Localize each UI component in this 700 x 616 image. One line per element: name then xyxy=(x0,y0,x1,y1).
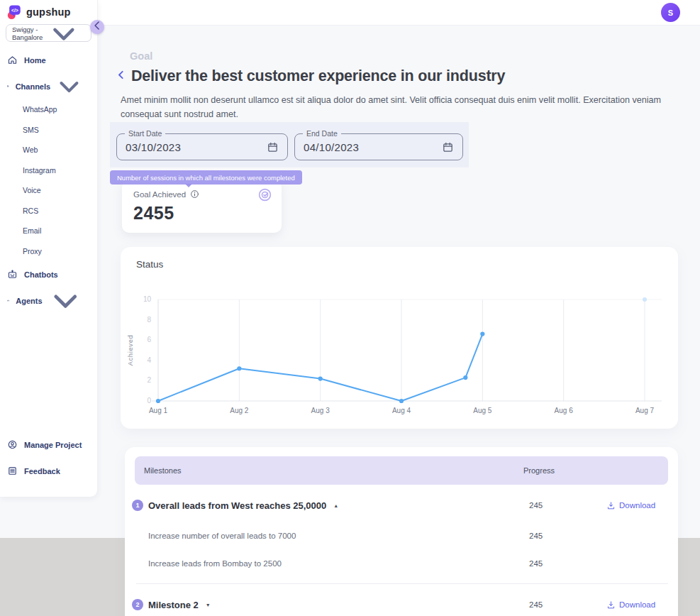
download-label: Download xyxy=(619,600,655,609)
svg-text:Achieved: Achieved xyxy=(126,335,134,366)
agents-icon xyxy=(7,295,9,306)
svg-text:Aug 2: Aug 2 xyxy=(230,407,249,414)
project-selector[interactable]: Swiggy - Bangalore xyxy=(6,24,91,42)
sidebar-subitem-instagram[interactable]: Instagram xyxy=(0,160,97,181)
milestone-index-badge: 1 xyxy=(132,500,143,511)
sidebar-item-feedback[interactable]: Feedback xyxy=(0,458,97,484)
user-avatar[interactable]: S xyxy=(661,3,680,22)
target-icon xyxy=(257,187,272,202)
expand-caret-icon[interactable]: ▼ xyxy=(206,603,211,607)
back-button[interactable] xyxy=(116,70,127,83)
sidebar-item-label: Feedback xyxy=(24,467,60,475)
app-window: S </> gupshup Swiggy - Bangalore HomeCha… xyxy=(0,0,700,616)
download-icon xyxy=(606,501,616,510)
topbar: S xyxy=(0,0,700,26)
svg-text:6: 6 xyxy=(147,336,151,343)
sidebar-subitem-proxy[interactable]: Proxy xyxy=(0,241,97,262)
milestone-subrow-progress: 245 xyxy=(523,559,601,568)
collapse-caret-icon[interactable]: ▲ xyxy=(333,503,338,508)
goal-achieved-value: 2455 xyxy=(133,203,270,224)
sidebar-subitem-email[interactable]: Email xyxy=(0,221,97,241)
milestone-progress: 245 xyxy=(523,600,601,609)
home-icon xyxy=(7,55,18,65)
status-chart-card: Status Aug 1Aug 2Aug 3Aug 4Aug 5Aug 6Aug… xyxy=(121,247,678,429)
svg-text:Aug 3: Aug 3 xyxy=(311,407,330,414)
milestone-row[interactable]: 1Overall leads from West reaches 25,0000… xyxy=(132,489,668,522)
milestones-table-header: Milestones Progress xyxy=(135,456,668,485)
avatar-initial: S xyxy=(668,9,673,17)
download-label: Download xyxy=(619,501,655,510)
date-filter-panel: Start Date 03/10/2023 End Date 04/10/202… xyxy=(110,122,469,167)
sidebar-collapse-button[interactable] xyxy=(90,20,104,34)
sidebar-item-agents[interactable]: Agents xyxy=(0,287,97,314)
svg-text:10: 10 xyxy=(143,295,152,303)
start-date-value: 03/10/2023 xyxy=(126,141,181,153)
sidebar-item-label: Agents xyxy=(16,297,42,305)
start-date-label: Start Date xyxy=(125,129,165,138)
sidebar-subitem-rcs[interactable]: RCS xyxy=(0,201,97,221)
end-date-label: End Date xyxy=(303,129,341,138)
milestone-subrow-title: Increase leads from Bombay to 2500 xyxy=(148,559,282,568)
milestone-row[interactable]: 2Milestone 2▼245Download xyxy=(132,588,668,616)
milestone-title: Overall leads from West reaches 25,0000 xyxy=(148,500,326,511)
svg-text:Aug 7: Aug 7 xyxy=(635,407,655,414)
svg-text:Aug 4: Aug 4 xyxy=(392,407,411,414)
milestones-column-header: Milestones xyxy=(144,466,182,475)
svg-text:2: 2 xyxy=(147,376,151,384)
title-row: Deliver the best customer experience in … xyxy=(116,67,505,85)
sidebar-nav: HomeChannelsWhatsAppSMSWebInstagramVoice… xyxy=(0,47,97,314)
sidebar-item-label: Channels xyxy=(16,82,51,91)
milestones-rows: 1Overall leads from West reaches 25,0000… xyxy=(125,489,678,616)
sidebar-footer: Manage ProjectFeedback xyxy=(0,431,97,484)
feedback-icon xyxy=(7,466,18,476)
gupshup-logo-icon: </> xyxy=(6,4,22,20)
chevron-down-icon xyxy=(43,12,85,55)
svg-text:Aug 5: Aug 5 xyxy=(473,407,492,414)
page-title: Deliver the best customer experience in … xyxy=(131,67,505,85)
svg-text:4: 4 xyxy=(147,356,151,364)
goal-eyebrow: Goal xyxy=(130,50,152,62)
sidebar-item-label: Home xyxy=(24,56,46,65)
sidebar-subitem-web[interactable]: Web xyxy=(0,140,97,160)
manage-project-icon xyxy=(7,439,18,450)
svg-text:8: 8 xyxy=(147,316,151,324)
sidebar-item-label: Manage Project xyxy=(24,441,82,449)
download-button[interactable]: Download xyxy=(601,501,655,510)
milestone-subrow[interactable]: Increase leads from Bombay to 2500245 xyxy=(132,549,668,577)
milestone-index-badge: 2 xyxy=(132,599,143,610)
end-date-value: 04/10/2023 xyxy=(304,141,359,153)
milestone-subrow[interactable]: Increase number of overall leads to 7000… xyxy=(132,522,668,549)
download-icon xyxy=(606,600,616,610)
chevron-left-icon xyxy=(116,69,126,84)
chatbots-icon xyxy=(7,269,18,280)
chevron-down-icon xyxy=(50,67,88,105)
svg-text:0: 0 xyxy=(147,397,151,405)
chevron-left-icon xyxy=(90,18,104,35)
sidebar-subitem-sms[interactable]: SMS xyxy=(0,120,97,141)
milestone-progress: 245 xyxy=(523,501,601,510)
svg-text:Aug 1: Aug 1 xyxy=(149,407,168,414)
sidebar-subitem-voice[interactable]: Voice xyxy=(0,180,97,201)
info-icon[interactable] xyxy=(190,189,199,199)
info-tooltip: Number of sessions in which all mileston… xyxy=(110,170,302,185)
goal-description: Amet minim mollit non deserunt ullamco e… xyxy=(121,93,668,122)
row-divider xyxy=(136,583,668,584)
calendar-icon[interactable] xyxy=(442,141,454,153)
calendar-icon[interactable] xyxy=(267,141,279,153)
channels-icon xyxy=(7,81,9,92)
goal-achieved-card: Goal Achieved 2455 xyxy=(122,180,282,233)
chevron-down-icon xyxy=(43,277,89,324)
sidebar-item-manage-project[interactable]: Manage Project xyxy=(0,431,97,458)
sidebar: </> gupshup Swiggy - Bangalore HomeChann… xyxy=(0,0,98,497)
svg-text:Aug 6: Aug 6 xyxy=(555,407,574,414)
milestones-card: Milestones Progress 1Overall leads from … xyxy=(125,447,678,616)
sidebar-item-channels[interactable]: Channels xyxy=(0,73,97,99)
end-date-field[interactable]: End Date 04/10/2023 xyxy=(294,133,463,160)
start-date-field[interactable]: Start Date 03/10/2023 xyxy=(116,133,288,160)
milestone-subrow-title: Increase number of overall leads to 7000 xyxy=(148,532,296,540)
milestone-subrow-progress: 245 xyxy=(523,532,601,540)
download-button[interactable]: Download xyxy=(601,600,655,610)
progress-column-header: Progress xyxy=(523,466,555,475)
milestone-title: Milestone 2 xyxy=(148,600,199,610)
svg-text:</>: </> xyxy=(11,8,18,13)
